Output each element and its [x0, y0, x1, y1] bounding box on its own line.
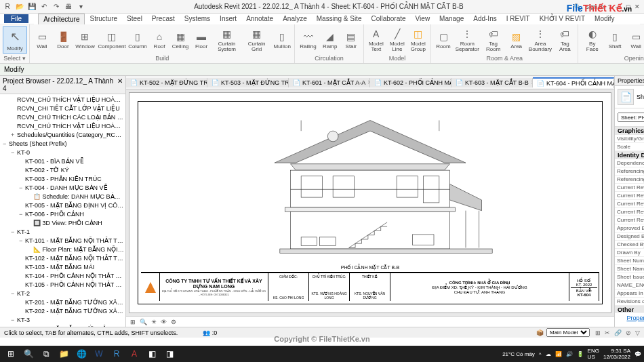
- ribbon-ceiling[interactable]: ▦Ceiling: [171, 29, 190, 51]
- tab-view[interactable]: View: [411, 14, 435, 24]
- revit-taskbar-icon[interactable]: R: [108, 347, 125, 361]
- ribbon-room-separator[interactable]: ⋮Room Separator: [455, 26, 480, 54]
- prop-row[interactable]: Current Revisio...: [615, 200, 644, 208]
- prop-row[interactable]: DependencyIndependent: [615, 159, 644, 167]
- prop-row[interactable]: Current Revisio...: [615, 184, 644, 192]
- ribbon-by-face[interactable]: ◐By Face: [581, 26, 603, 54]
- ribbon-window[interactable]: ⊞Window: [75, 29, 96, 51]
- prop-row[interactable]: Revisions on Sh...Edit...: [615, 298, 644, 306]
- prop-row[interactable]: Drawn ByAuthor: [615, 249, 644, 257]
- view-control-bar[interactable]: ⊞ 🔍 ☀ 👁 ⚙: [126, 316, 614, 327]
- tab-khoiv[interactable]: KHỞI V REVIT: [535, 14, 590, 24]
- pb-item[interactable]: −Sheets (Sheet Prefix): [1, 140, 124, 148]
- modify-button[interactable]: ↖Modify: [3, 26, 27, 54]
- pb-item[interactable]: KT-301 - MẶT BẰNG CỬA TẦNG 1: [1, 325, 124, 327]
- tab-precast[interactable]: Precast: [147, 14, 180, 24]
- tab-architecture[interactable]: Architecture: [38, 14, 85, 24]
- drawing-canvas[interactable]: PHỐI CẢNH MẶT CẮT B-B CÔNG TY TNHH TƯ VẤ…: [129, 92, 611, 313]
- word-icon[interactable]: W: [91, 347, 107, 361]
- pb-item[interactable]: +Schedules/Quantities (Category_RCVN): [1, 131, 124, 140]
- ribbon-railing[interactable]: 〰Railing: [298, 29, 318, 51]
- print-icon[interactable]: 🖶: [64, 2, 73, 12]
- view-tab[interactable]: 📄KT-604 - PHỐI CẢNH MẶT CẮT...✕: [533, 77, 614, 88]
- pb-item[interactable]: −KT-004 - DANH MỤC BẢN VẼ: [1, 184, 124, 193]
- prop-row[interactable]: Sheet Issue Date02/27/20: [615, 273, 644, 281]
- pb-close-icon[interactable]: ✕: [117, 77, 123, 92]
- tab-modify[interactable]: Modify: [590, 14, 619, 24]
- notification-icon[interactable]: 💬: [635, 351, 641, 357]
- onedrive-icon[interactable]: ☁: [546, 351, 551, 357]
- sb-icon[interactable]: 🔗: [614, 329, 622, 336]
- prop-row[interactable]: Current Revisio...: [615, 192, 644, 200]
- chrome-icon[interactable]: 🌐: [73, 347, 89, 361]
- pb-item[interactable]: −KT-3: [1, 316, 124, 325]
- ribbon-tag-room[interactable]: 🏷Tag Room: [482, 26, 505, 54]
- ribbon-curtain-grid[interactable]: ▦Curtain Grid: [243, 26, 270, 54]
- pb-item[interactable]: KT-202 - MẶT BẰNG TƯỜNG XÂY TẦNG 2: [1, 307, 124, 316]
- explorer-icon[interactable]: 📁: [56, 347, 72, 361]
- start-button[interactable]: ⊞: [3, 347, 19, 361]
- prop-row[interactable]: Designed ByDesigner: [615, 233, 644, 241]
- weather-widget[interactable]: 21°C Có mây: [502, 351, 535, 357]
- view-tab[interactable]: 📄KT-503 - MẶT ĐỨNG TRỤC D-A✕: [207, 78, 289, 87]
- vc-icon[interactable]: 👁: [161, 319, 167, 325]
- ribbon-area[interactable]: ▨Area: [507, 29, 526, 51]
- pb-item[interactable]: RCVN_CHÚ THÍCH VẬT LIỆU HOÀN THIỆN: [1, 96, 124, 104]
- vc-icon[interactable]: ☀: [151, 319, 157, 325]
- prop-row[interactable]: Visibility/Graphi...Edit...: [615, 135, 644, 143]
- project-browser-tree[interactable]: RCVN_CHÚ THÍCH VẬT LIỆU HOÀN THIỆNRCVN_C…: [0, 94, 125, 327]
- pb-item[interactable]: KT-105 - PHỐI CẢNH NỘI THẤT TẦNG 2: [1, 281, 124, 289]
- view-tab[interactable]: 📄KT-502 - MẶT ĐỨNG TRỤC 1-4✕: [126, 78, 207, 87]
- prop-row[interactable]: Sheet NamePHỐI CẢNH MẶ...: [615, 265, 644, 273]
- prop-row[interactable]: Sheet NumberKT-604: [615, 257, 644, 265]
- tab-steel[interactable]: Steel: [122, 14, 147, 24]
- ribbon-curtain-system[interactable]: ▦Curtain System: [213, 26, 241, 54]
- open-icon[interactable]: 📂: [15, 2, 24, 12]
- pb-item[interactable]: −KT-1: [1, 228, 124, 237]
- pb-item[interactable]: KT-201 - MẶT BẰNG TƯỜNG XÂY TẦNG 1: [1, 298, 124, 307]
- tab-addins[interactable]: Add-Ins: [468, 14, 501, 24]
- tab-systems[interactable]: Systems: [180, 14, 215, 24]
- prop-row[interactable]: Scale: [615, 143, 644, 151]
- pb-item[interactable]: −KT-101 - MẶT BẰNG NỘI THẤT TẦNG 1: [1, 237, 124, 245]
- prop-row[interactable]: Current Revisio...: [615, 208, 644, 216]
- battery-icon[interactable]: 🔋: [577, 351, 584, 357]
- save-icon[interactable]: 💾: [27, 2, 37, 12]
- tab-annotate[interactable]: Annotate: [241, 14, 278, 24]
- tab-analyze[interactable]: Analyze: [278, 14, 312, 24]
- sb-icon[interactable]: ▽: [635, 329, 640, 336]
- ribbon-wall[interactable]: ▭Wall: [626, 29, 644, 51]
- properties-instance-selector[interactable]: Sheet: PHỐI CẢNH M: [618, 113, 644, 122]
- view-tab[interactable]: 📄KT-603 - MẶT CẮT B-B✕: [451, 78, 533, 87]
- file-menu[interactable]: File: [4, 14, 28, 23]
- pb-item[interactable]: KT-103 - MẶT BẰNG MÁI: [1, 263, 124, 272]
- tab-manage[interactable]: Manage: [435, 14, 468, 24]
- ribbon-wall[interactable]: ▭Wall: [33, 29, 52, 51]
- pb-item[interactable]: RCVN_CHI TIẾT CẮT LỚP VẬT LIỆU: [1, 104, 124, 113]
- vc-icon[interactable]: 🔍: [140, 319, 147, 325]
- pb-item[interactable]: 🔲 3D View: PHỐI CẢNH: [1, 219, 124, 228]
- tray-chevron-icon[interactable]: ^: [539, 351, 542, 357]
- vc-icon[interactable]: ⊞: [130, 319, 136, 325]
- sb-icon[interactable]: ✂: [605, 329, 610, 336]
- ribbon-model-text[interactable]: AModel Text: [367, 26, 386, 54]
- clock[interactable]: 9:31 SA12/03/2022: [603, 348, 630, 360]
- sb-icon[interactable]: ⊞: [595, 329, 601, 336]
- tab-structure[interactable]: Structure: [85, 14, 122, 24]
- pb-item[interactable]: −KT-006 - PHỐI CẢNH: [1, 210, 124, 219]
- search-button[interactable]: 🔍: [20, 347, 37, 361]
- tab-irevit[interactable]: I REVIT: [502, 14, 535, 24]
- close-icon[interactable]: ✕: [635, 3, 640, 10]
- pb-item[interactable]: 📋 Schedule: DANH MỤC BẢN VẼ KIẾN TRÚC: [1, 193, 124, 201]
- prop-row[interactable]: Referencing Sh...: [615, 167, 644, 176]
- pb-item[interactable]: −KT-2: [1, 289, 124, 298]
- ribbon-mullion[interactable]: ▯Mullion: [273, 29, 291, 51]
- ribbon-shaft[interactable]: ▯Shaft: [605, 29, 624, 51]
- tab-insert[interactable]: Insert: [215, 14, 241, 24]
- prop-row[interactable]: Approved ByApprover: [615, 224, 644, 233]
- ribbon-stair[interactable]: ▤Stair: [342, 29, 361, 51]
- prop-row[interactable]: Checked ByChecker: [615, 241, 644, 249]
- pb-item[interactable]: 📐 Floor Plan: MẶT BẰNG NỘI THẤT TẦNG 1: [1, 245, 124, 254]
- prop-row[interactable]: Current Revision: [615, 216, 644, 224]
- tab-collaborate[interactable]: Collaborate: [366, 14, 410, 24]
